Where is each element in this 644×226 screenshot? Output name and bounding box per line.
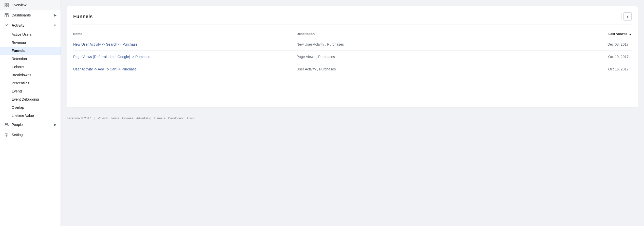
- sidebar-item-event-debugging[interactable]: Event Debugging: [0, 95, 61, 103]
- sidebar-item-breakdowns[interactable]: Breakdowns: [0, 71, 61, 79]
- svg-rect-0: [5, 3, 6, 5]
- footer: Facebook © 2017 | Privacy Terms Cookies …: [67, 114, 638, 123]
- svg-point-9: [6, 134, 7, 136]
- svg-point-7: [5, 123, 7, 125]
- overview-icon: [4, 3, 9, 8]
- svg-point-8: [7, 123, 8, 124]
- sidebar-item-percentiles[interactable]: Percentiles: [0, 79, 61, 87]
- funnel-name-cell: Page Views (Referrals from Google) -> Pu…: [73, 51, 297, 63]
- col-header-name: Name: [73, 30, 297, 38]
- sidebar-item-revenue[interactable]: Revenue: [0, 39, 61, 47]
- sidebar-section-activity-label: Activity: [12, 23, 25, 27]
- dashboards-icon: [4, 13, 9, 18]
- col-header-description: Description: [297, 30, 520, 38]
- sidebar-section-activity[interactable]: Activity ▼: [0, 20, 61, 30]
- footer-link-about[interactable]: About: [186, 117, 194, 120]
- footer-link-careers[interactable]: Careers: [154, 117, 165, 120]
- funnel-description-cell: Page Views , Purchases: [297, 51, 520, 63]
- info-icon: i: [627, 14, 628, 18]
- sidebar-item-retention[interactable]: Retention: [0, 55, 61, 63]
- people-chevron-icon: ▶: [54, 123, 56, 126]
- svg-rect-2: [5, 5, 6, 7]
- sidebar: Overview Dashboards ▶ Activity ▼ Active …: [0, 0, 61, 226]
- funnel-date-cell: Oct 19, 2017: [520, 51, 632, 63]
- footer-copyright: Facebook © 2017: [67, 117, 91, 120]
- footer-link-developers[interactable]: Developers: [168, 117, 183, 120]
- sidebar-item-overview[interactable]: Overview: [0, 0, 61, 10]
- sidebar-item-cohorts[interactable]: Cohorts: [0, 63, 61, 71]
- funnel-name-link[interactable]: Page Views (Referrals from Google) -> Pu…: [73, 55, 150, 59]
- people-icon: [4, 122, 9, 127]
- search-input[interactable]: [566, 13, 621, 20]
- col-header-last-viewed[interactable]: Last Viewed ▲: [520, 30, 632, 38]
- header-actions: 🔍 i: [566, 12, 632, 21]
- svg-rect-5: [5, 15, 6, 17]
- main-content: Funnels 🔍 i Name Description Last Viewed: [61, 0, 644, 226]
- settings-icon: [4, 132, 9, 137]
- funnel-name-cell: New User Activity -> Search -> Purchase: [73, 38, 297, 51]
- funnel-description-cell: New User Activity , Purchases: [297, 38, 520, 51]
- funnel-name-link[interactable]: New User Activity -> Search -> Purchase: [73, 42, 138, 46]
- svg-rect-3: [7, 5, 8, 7]
- footer-link-cookies[interactable]: Cookies: [122, 117, 133, 120]
- svg-rect-4: [5, 13, 8, 14]
- svg-rect-1: [7, 3, 8, 5]
- header-divider: [73, 25, 632, 25]
- footer-link-advertising[interactable]: Advertising: [136, 117, 151, 120]
- funnel-date-cell: Oct 19, 2017: [520, 63, 632, 76]
- funnel-name-link[interactable]: User Activity -> Add To Cart -> Purchase: [73, 67, 137, 71]
- sidebar-item-funnels[interactable]: Funnels: [0, 47, 61, 55]
- sidebar-item-settings[interactable]: Settings: [0, 130, 61, 140]
- sidebar-item-people-label: People: [12, 123, 23, 127]
- sidebar-item-settings-label: Settings: [12, 133, 25, 137]
- footer-divider: |: [94, 117, 95, 120]
- sidebar-item-dashboards-label: Dashboards: [12, 13, 31, 17]
- search-wrapper: 🔍: [566, 13, 621, 20]
- svg-rect-6: [7, 15, 8, 17]
- sidebar-item-overlap[interactable]: Overlap: [0, 103, 61, 111]
- funnel-name-cell: User Activity -> Add To Cart -> Purchase: [73, 63, 297, 76]
- footer-link-privacy[interactable]: Privacy: [98, 117, 108, 120]
- info-button[interactable]: i: [623, 12, 632, 21]
- sidebar-item-overview-label: Overview: [12, 3, 26, 7]
- funnels-table: Name Description Last Viewed ▲ New User …: [73, 30, 632, 75]
- page-title: Funnels: [73, 14, 93, 20]
- table-header-row: Name Description Last Viewed ▲: [73, 30, 632, 38]
- table-row: User Activity -> Add To Cart -> Purchase…: [73, 63, 632, 76]
- table-row: New User Activity -> Search -> Purchase …: [73, 38, 632, 51]
- sidebar-item-dashboards[interactable]: Dashboards ▶: [0, 10, 61, 20]
- dashboards-chevron-icon: ▶: [54, 13, 56, 17]
- content-card: Funnels 🔍 i Name Description Last Viewed: [67, 6, 638, 107]
- table-row: Page Views (Referrals from Google) -> Pu…: [73, 51, 632, 63]
- activity-icon: [4, 23, 9, 28]
- activity-chevron-icon: ▼: [53, 24, 56, 27]
- sidebar-item-active-users[interactable]: Active Users: [0, 30, 61, 39]
- sidebar-item-people[interactable]: People ▶: [0, 120, 61, 130]
- content-header: Funnels 🔍 i: [73, 12, 632, 21]
- sidebar-item-lifetime-value[interactable]: Lifetime Value: [0, 111, 61, 120]
- sidebar-item-events[interactable]: Events: [0, 87, 61, 95]
- funnel-description-cell: User Activity , Purchases: [297, 63, 520, 76]
- sort-arrow-icon: ▲: [629, 32, 632, 35]
- funnel-date-cell: Dec 08, 2017: [520, 38, 632, 51]
- footer-link-terms[interactable]: Terms: [111, 117, 119, 120]
